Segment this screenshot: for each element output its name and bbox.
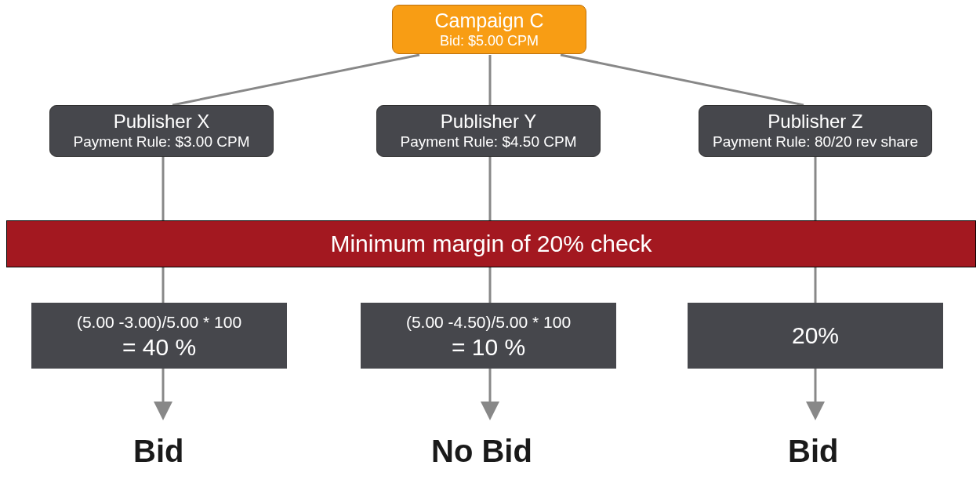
margin-check-label: Minimum margin of 20% check — [330, 231, 652, 257]
calc-x-node: (5.00 -3.00)/5.00 * 100 = 40 % — [31, 303, 287, 369]
calc-x-formula: (5.00 -3.00)/5.00 * 100 — [77, 311, 241, 334]
outcome-z: Bid — [788, 434, 838, 469]
calc-y-node: (5.00 -4.50)/5.00 * 100 = 10 % — [361, 303, 616, 369]
outcome-x: Bid — [133, 434, 183, 469]
calc-x-result: = 40 % — [122, 334, 196, 361]
publisher-y-title: Publisher Y — [377, 109, 600, 133]
publisher-y-node: Publisher Y Payment Rule: $4.50 CPM — [376, 105, 601, 157]
calc-y-result: = 10 % — [452, 334, 525, 361]
margin-check-bar: Minimum margin of 20% check — [6, 220, 976, 267]
publisher-x-rule: Payment Rule: $3.00 CPM — [50, 133, 273, 151]
svg-line-0 — [172, 55, 419, 105]
campaign-node: Campaign C Bid: $5.00 CPM — [392, 5, 586, 54]
calc-z-node: 20% — [688, 303, 943, 369]
svg-line-2 — [561, 55, 804, 105]
publisher-x-node: Publisher X Payment Rule: $3.00 CPM — [49, 105, 274, 157]
publisher-z-rule: Payment Rule: 80/20 rev share — [699, 133, 931, 151]
campaign-bid: Bid: $5.00 CPM — [393, 33, 586, 49]
campaign-title: Campaign C — [393, 9, 586, 33]
publisher-x-title: Publisher X — [50, 109, 273, 133]
outcome-y: No Bid — [431, 434, 532, 469]
publisher-z-title: Publisher Z — [699, 109, 931, 133]
calc-z-result: 20% — [792, 322, 839, 349]
publisher-z-node: Publisher Z Payment Rule: 80/20 rev shar… — [699, 105, 932, 157]
publisher-y-rule: Payment Rule: $4.50 CPM — [377, 133, 600, 151]
calc-y-formula: (5.00 -4.50)/5.00 * 100 — [406, 311, 571, 334]
